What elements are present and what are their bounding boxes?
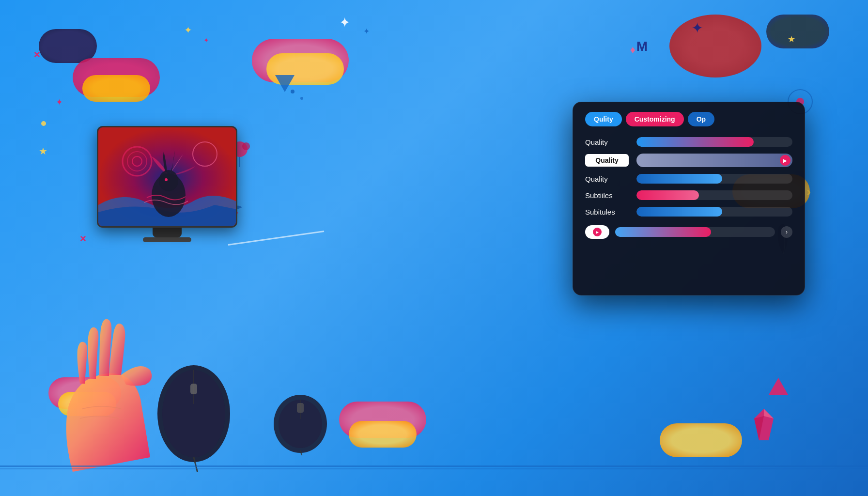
- slider-fill-4: [636, 190, 699, 200]
- svg-point-16: [159, 170, 178, 191]
- settings-list: Quality Quality ▶ Quality: [585, 137, 792, 239]
- chevron-right-icon: ›: [806, 184, 811, 200]
- gem-decoration: [752, 409, 771, 433]
- setting-row-2: Quality ▶: [585, 154, 792, 167]
- setting-row-3: Quality: [585, 174, 792, 184]
- setting-row-5: Subitules: [585, 207, 792, 217]
- ui-panel: Qulity Customizing Op Quality Quality ▶: [573, 102, 805, 295]
- connector-line: [228, 231, 324, 246]
- setting-label-5: Subitules: [585, 208, 629, 216]
- slider-play-2[interactable]: ▶: [636, 154, 792, 167]
- x-mark-3: ✦: [56, 97, 63, 108]
- m-decoration: M: [636, 39, 648, 54]
- slider-fill-1: [636, 137, 754, 147]
- cloud-yellow-left: [82, 75, 150, 102]
- monitor-stand: [153, 228, 182, 237]
- play-pill[interactable]: ▶: [585, 225, 609, 239]
- slider-1[interactable]: [636, 137, 792, 147]
- svg-rect-21: [190, 384, 197, 394]
- x-mark-1: ×: [34, 48, 40, 61]
- setting-label-3: Quality: [585, 175, 629, 183]
- x-mark-2: ×: [80, 232, 86, 245]
- sparkle-star-left: ★: [39, 145, 47, 157]
- play-button-2[interactable]: ▶: [780, 155, 790, 166]
- setting-label-box-2: Quality: [585, 154, 629, 167]
- svg-rect-25: [297, 403, 304, 413]
- hand-mouse-illustration: [24, 254, 291, 472]
- tab-quality[interactable]: Qulity: [585, 112, 622, 126]
- cloud-yellow-bottom-right: [660, 423, 742, 457]
- sparkle-5: ♦: [630, 44, 636, 56]
- bottom-row: ▶ ›: [585, 225, 792, 239]
- slider-bottom[interactable]: [615, 227, 775, 237]
- slider-5[interactable]: [636, 207, 792, 217]
- slider-4[interactable]: [636, 190, 792, 200]
- monitor-container: [97, 126, 237, 242]
- triangle-pink: [769, 378, 788, 399]
- cloud-dark-left: [39, 29, 97, 63]
- tab-customizing[interactable]: Customizing: [626, 112, 684, 126]
- sparkle-7: ★: [788, 34, 795, 45]
- tab-op[interactable]: Op: [688, 112, 714, 126]
- sparkle-6: ✦: [691, 19, 703, 36]
- sparkle-3: ✦: [339, 15, 350, 31]
- cloud-red-right: [669, 15, 761, 78]
- arrow-right-icon[interactable]: ›: [781, 226, 792, 238]
- scene: ✦ ✦ ✦ ✦ ♦ ✦ ★ × × ✦ ★ ›: [0, 0, 868, 496]
- dot-1: [291, 90, 294, 93]
- tab-bar: Qulity Customizing Op: [585, 112, 792, 126]
- monitor-screen: [98, 127, 236, 226]
- dot-yellow: [41, 121, 46, 126]
- svg-point-17: [165, 178, 168, 181]
- sparkle-1: ✦: [184, 24, 192, 36]
- setting-row-1: Quality: [585, 137, 792, 147]
- slider-3[interactable]: [636, 174, 792, 184]
- cloud-dark-right: [766, 15, 829, 48]
- slider-fill-3: [636, 174, 722, 184]
- play-icon[interactable]: ▶: [593, 228, 602, 236]
- slider-fill-bottom: [615, 227, 711, 237]
- dot-2: [300, 97, 303, 100]
- sparkle-2: ✦: [203, 36, 209, 44]
- slider-fill-5: [636, 207, 722, 217]
- svg-point-8: [242, 142, 250, 150]
- setting-row-4: Subtiiles: [585, 190, 792, 200]
- ground-line2: [0, 468, 868, 469]
- cloud-yellow-bottom-center: [349, 421, 417, 448]
- svg-marker-3: [769, 378, 788, 395]
- monitor: [97, 126, 237, 228]
- second-mouse: [271, 392, 329, 457]
- monitor-base: [143, 237, 191, 242]
- setting-label-1: Quality: [585, 138, 629, 146]
- sparkle-4: ✦: [363, 27, 370, 36]
- setting-label-4: Subtiiles: [585, 191, 629, 200]
- ground-line: [0, 465, 868, 467]
